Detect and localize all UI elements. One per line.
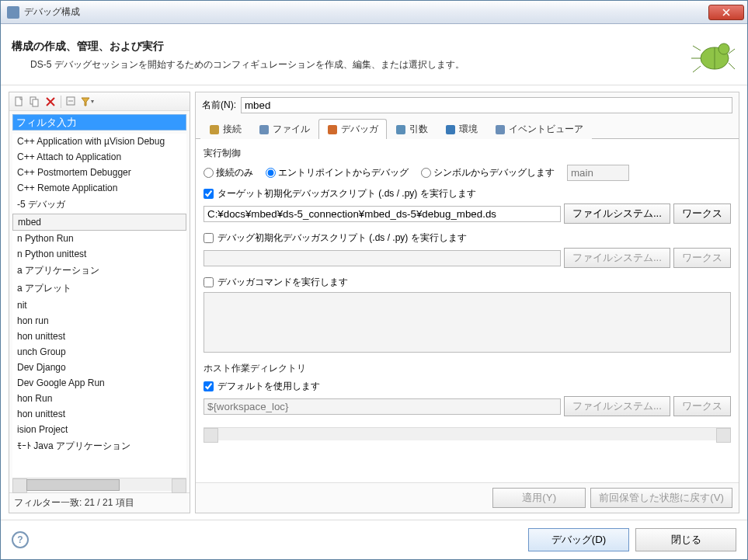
new-config-button[interactable]: [12, 95, 26, 109]
tree-item[interactable]: C++ Postmortem Debugger: [12, 165, 186, 180]
tab-icon: [209, 124, 220, 135]
tab-5[interactable]: イベントビューア: [486, 119, 592, 139]
tab-icon: [445, 124, 456, 135]
svg-rect-15: [210, 125, 219, 134]
tree-item[interactable]: n Python Run: [12, 231, 186, 246]
target-script-path-input[interactable]: [204, 206, 561, 222]
tree-item[interactable]: Dev Google App Run: [12, 375, 186, 391]
svg-rect-19: [446, 125, 455, 134]
body: ▾ C++ Application with µVision DebugC++ …: [1, 85, 747, 520]
filter-icon: [80, 96, 91, 107]
tab-4[interactable]: 環境: [437, 119, 486, 139]
new-icon: [14, 96, 25, 107]
svg-line-4: [693, 46, 701, 50]
symbol-input[interactable]: [567, 165, 629, 181]
debug-init-checkbox[interactable]: [204, 233, 214, 243]
close-window-button[interactable]: [708, 5, 744, 20]
host-dir-label: ホスト作業ディレクトリ: [204, 362, 731, 375]
svg-line-6: [693, 66, 701, 72]
apply-row: 適用(Y) 前回保管した状態に戻す(V): [196, 482, 739, 513]
tab-label: 引数: [409, 123, 428, 136]
tab-label: ファイル: [273, 123, 310, 136]
close-button[interactable]: 閉じる: [635, 528, 736, 551]
svg-rect-9: [16, 97, 22, 106]
tree-item[interactable]: ision Project: [12, 422, 186, 437]
tree-item[interactable]: unch Group: [12, 344, 186, 360]
tree-item[interactable]: hon unittest: [12, 329, 186, 344]
debug-init-path-input: [204, 250, 561, 266]
tab-label: イベントビューア: [509, 123, 583, 136]
duplicate-button[interactable]: [28, 95, 42, 109]
workspace-button[interactable]: ワークス: [673, 203, 731, 224]
svg-point-3: [718, 43, 729, 54]
tree-item[interactable]: hon unittest: [12, 406, 186, 422]
tab-content-debugger: 実行制御 接続のみ エントリポイントからデバッグ シンボルからデバッグします タ…: [196, 139, 739, 482]
tree-item[interactable]: hon run: [12, 313, 186, 329]
tree-item[interactable]: C++ Remote Application: [12, 180, 186, 196]
tree-item[interactable]: a アプリケーション: [12, 262, 186, 280]
exec-radio-row: 接続のみ エントリポイントからデバッグ シンボルからデバッグします: [204, 165, 731, 181]
tab-label: デバッガ: [341, 123, 378, 136]
footer: ? デバッグ(D) 閉じる: [1, 520, 747, 559]
host-dir-path-input: [204, 398, 561, 415]
header-subtitle: DS-5 デバッグセッションを開始するためのコンフィギュレーションを作成、編集、…: [12, 58, 690, 71]
tree-item[interactable]: a アプレット: [12, 280, 186, 297]
tab-label: 接続: [223, 123, 242, 136]
dialog-window: デバッグ構成 構成の作成、管理、および実行 DS-5 デバッグセッションを開始す…: [0, 0, 748, 560]
debugger-cmd-checkbox[interactable]: [204, 277, 214, 287]
bug-icon: [690, 32, 736, 78]
tab-3[interactable]: 引数: [387, 119, 437, 139]
filter-button[interactable]: ▾: [80, 95, 94, 109]
exec-control-label: 実行制御: [204, 147, 731, 160]
name-row: 名前(N):: [196, 92, 739, 118]
tab-2[interactable]: デバッガ: [318, 119, 387, 139]
tab-icon: [259, 124, 270, 135]
tree-item[interactable]: -5 デバッガ: [12, 196, 186, 214]
tree-item[interactable]: C++ Attach to Application: [12, 149, 186, 165]
content-hscrollbar[interactable]: [204, 427, 731, 440]
target-script-checkbox[interactable]: [204, 189, 214, 199]
name-label: 名前(N):: [202, 99, 236, 112]
radio-label: 接続のみ: [216, 166, 253, 179]
workspace-button-disabled: ワークス: [673, 396, 731, 416]
filesystem-button-disabled: ファイルシステム...: [564, 396, 670, 416]
name-input[interactable]: [241, 97, 732, 113]
radio-label: シンボルからデバッグします: [433, 166, 555, 179]
tree-hscrollbar[interactable]: [12, 478, 186, 491]
tree-item[interactable]: ﾓｰﾄ Java アプリケーション: [12, 437, 186, 455]
help-button[interactable]: ?: [12, 531, 29, 548]
tree-item[interactable]: n Python unittest: [12, 246, 186, 262]
svg-line-8: [729, 63, 735, 69]
tree-item[interactable]: C++ Application with µVision Debug: [12, 134, 186, 149]
delete-icon: [46, 97, 55, 106]
use-default-row: デフォルトを使用します: [204, 380, 731, 393]
tab-icon: [495, 124, 506, 135]
tree-item[interactable]: nit: [12, 297, 186, 313]
tab-0[interactable]: 接続: [200, 119, 250, 139]
debugger-cmd-check-row: デバッガコマンドを実行します: [204, 276, 731, 289]
filter-input[interactable]: [12, 114, 186, 130]
filesystem-button[interactable]: ファイルシステム...: [564, 203, 670, 224]
radio-entry-point[interactable]: エントリポイントからデバッグ: [266, 166, 409, 179]
radio-symbol[interactable]: シンボルからデバッグします: [421, 166, 555, 179]
tab-1[interactable]: ファイル: [250, 119, 318, 139]
debug-button[interactable]: デバッグ(D): [528, 528, 629, 551]
radio-connect-only[interactable]: 接続のみ: [204, 166, 253, 179]
app-icon: [7, 6, 19, 19]
target-script-label: ターゲット初期化デバッガスクリプト (.ds / .py) を実行します: [217, 187, 476, 200]
debugger-cmd-textarea: [204, 292, 731, 353]
tree-item[interactable]: mbed: [12, 214, 186, 231]
radio-label: エントリポイントからデバッグ: [278, 166, 409, 179]
target-script-path-row: ファイルシステム... ワークス: [204, 203, 731, 224]
debug-init-label: デバッグ初期化デバッガスクリプト (.ds / .py) を実行します: [217, 231, 467, 245]
left-toolbar: ▾: [9, 92, 190, 111]
tab-icon: [395, 124, 406, 135]
collapse-all-button[interactable]: [64, 95, 78, 109]
svg-rect-16: [259, 125, 269, 134]
config-tree[interactable]: C++ Application with µVision DebugC++ At…: [12, 134, 186, 478]
use-default-checkbox[interactable]: [204, 381, 214, 391]
delete-button[interactable]: [43, 95, 57, 109]
tab-icon: [327, 124, 338, 135]
tree-item[interactable]: hon Run: [12, 391, 186, 406]
tree-item[interactable]: Dev Django: [12, 360, 186, 375]
